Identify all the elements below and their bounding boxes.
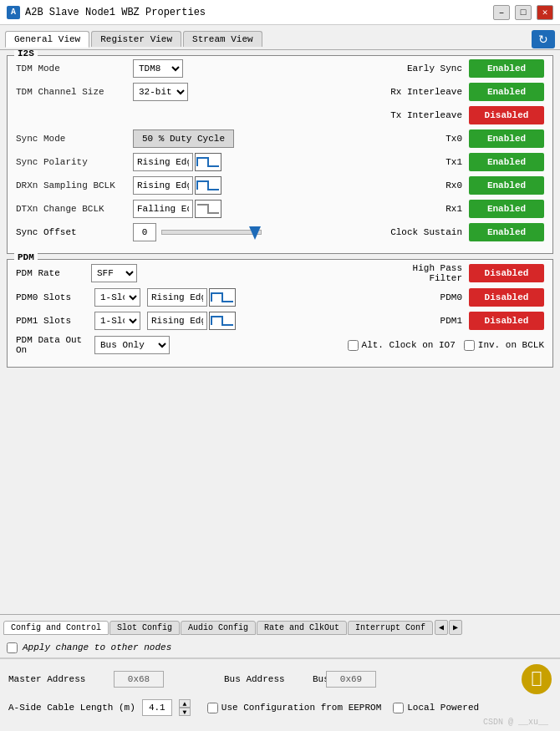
- spin-down-button[interactable]: ▼: [179, 708, 191, 716]
- sync-offset-slider-track[interactable]: [161, 230, 262, 235]
- rx1-label: Rx1: [379, 204, 462, 214]
- i2s-group: I2S TDM Mode TDM8 TDM2 TDM4 TDM16 TDM32 …: [7, 55, 553, 254]
- pdm-rate-label: PDM Rate: [16, 268, 91, 278]
- btab-arrow-right[interactable]: ▶: [449, 620, 462, 635]
- tx1-toggle[interactable]: Enabled: [469, 153, 544, 171]
- rx0-right: Rx0 Enabled: [317, 176, 544, 195]
- rx-interleave-label: Rx Interleave: [379, 87, 462, 97]
- sync-offset-input[interactable]: [133, 223, 156, 241]
- pdm0-toggle[interactable]: Disabled: [469, 288, 544, 307]
- tx0-toggle[interactable]: Enabled: [469, 129, 544, 148]
- pdm-group-label: PDM: [14, 252, 38, 262]
- btab-arrow-left[interactable]: ◀: [435, 620, 448, 635]
- eeprom-label[interactable]: Use Configuration from EEPROM: [207, 703, 381, 713]
- sync-offset-thumb: [249, 226, 261, 240]
- sync-polarity-input[interactable]: [133, 153, 193, 171]
- minimize-button[interactable]: –: [493, 5, 510, 20]
- clock-sustain-label: Clock Sustain: [379, 227, 462, 237]
- btab-slot-config[interactable]: Slot Config: [109, 621, 180, 635]
- rx1-toggle[interactable]: Enabled: [469, 200, 544, 218]
- pdm-data-out-left: PDM Data Out On Bus OnlyIO OnlyBus and I…: [16, 335, 317, 355]
- rx0-label: Rx0: [379, 180, 462, 190]
- inv-bclk-checkbox[interactable]: [464, 340, 475, 351]
- local-powered-text: Local Powered: [407, 703, 479, 713]
- tx0-label: Tx0: [379, 134, 462, 144]
- title-bar: A A2B Slave Node1 WBZ Properties – □ ✕: [0, 0, 560, 25]
- pdm0-slots-row: PDM0 Slots 1-Slot2-Slot PDM0 Disabled: [16, 288, 544, 307]
- inv-bclk-label[interactable]: Inv. on BCLK: [464, 340, 544, 351]
- local-powered-checkbox[interactable]: [393, 703, 404, 713]
- sync-mode-row: Sync Mode 50 % Duty Cycle Tx0 Enabled: [16, 129, 544, 148]
- pdm-checkboxes: Alt. Clock on IO7 Inv. on BCLK: [317, 340, 544, 351]
- early-sync-label: Early Sync: [379, 63, 462, 74]
- pdm-group: PDM PDM Rate SFFSHFDFFDHF High Pass Filt…: [7, 259, 553, 368]
- sync-mode-button[interactable]: 50 % Duty Cycle: [133, 129, 234, 148]
- tab-stream-view[interactable]: Stream View: [183, 31, 262, 47]
- alt-clock-checkbox[interactable]: [348, 340, 359, 351]
- pdm1-waveform: [209, 312, 236, 330]
- cable-length-input[interactable]: [142, 699, 172, 716]
- dtxn-row: DTXn Change BCLK Rx1 Enabled: [16, 200, 544, 218]
- watermark: CSDN @ __xu__: [8, 716, 552, 728]
- tdm-channel-row: TDM Channel Size 32-bit 16-bit 24-bit Rx…: [16, 83, 544, 101]
- tx-interleave-toggle[interactable]: Disabled: [469, 106, 544, 124]
- btab-interrupt-conf[interactable]: Interrupt Conf: [348, 621, 433, 635]
- sync-mode-label: Sync Mode: [16, 134, 133, 144]
- rx0-toggle[interactable]: Enabled: [469, 176, 544, 195]
- master-address-input[interactable]: [114, 671, 164, 688]
- rx-interleave-toggle[interactable]: Enabled: [469, 83, 544, 101]
- pdm0-slots-label: PDM0 Slots: [16, 292, 91, 302]
- tab-general-view[interactable]: General View: [5, 31, 89, 48]
- dtxn-label: DTXn Change BCLK: [16, 204, 133, 214]
- pdm1-edge-input[interactable]: [147, 312, 207, 330]
- tdm-channel-select[interactable]: 32-bit 16-bit 24-bit: [133, 83, 188, 101]
- apply-label: Apply change to other nodes: [23, 642, 171, 652]
- refresh-button[interactable]: ↻: [532, 30, 555, 48]
- pdm1-toggle[interactable]: Disabled: [469, 312, 544, 330]
- dtxn-left: DTXn Change BCLK: [16, 200, 317, 218]
- footer-row2: A-Side Cable Length (m) ▲ ▼ Use Configur…: [8, 699, 552, 716]
- early-sync-toggle[interactable]: Enabled: [469, 59, 544, 78]
- apply-checkbox[interactable]: [7, 642, 18, 653]
- early-sync-right: Early Sync Enabled: [317, 59, 544, 78]
- btab-config-control[interactable]: Config and Control: [3, 621, 109, 635]
- window-controls: – □ ✕: [493, 5, 553, 20]
- btab-rate-clkout[interactable]: Rate and ClkOut: [257, 621, 347, 635]
- bus-address-input[interactable]: [326, 671, 376, 688]
- drxn-input[interactable]: [133, 176, 193, 195]
- pdm0-slot-select[interactable]: 1-Slot2-Slot: [94, 288, 140, 307]
- alt-clock-label[interactable]: Alt. Clock on IO7: [348, 340, 456, 351]
- master-address-label: Master Address: [8, 674, 109, 684]
- pdm0-edge-input[interactable]: [147, 288, 207, 307]
- tab-register-view[interactable]: Register View: [91, 31, 181, 47]
- btab-audio-config[interactable]: Audio Config: [181, 621, 256, 635]
- spin-up-button[interactable]: ▲: [179, 699, 191, 708]
- eeprom-checkbox[interactable]: [207, 703, 218, 713]
- i2s-group-label: I2S: [14, 50, 38, 58]
- pdm0-label: PDM0: [379, 292, 462, 302]
- pdm0-slots-left: PDM0 Slots 1-Slot2-Slot: [16, 288, 317, 307]
- drxn-row: DRXn Sampling BCLK Rx0 Enabled: [16, 176, 544, 195]
- sync-polarity-row: Sync Polarity Tx1 Enabled: [16, 153, 544, 171]
- usb-icon: ⎕: [522, 664, 552, 694]
- pdm-data-out-select[interactable]: Bus OnlyIO OnlyBus and IO: [94, 336, 170, 354]
- pdm1-slots-label: PDM1 Slots: [16, 316, 91, 326]
- pdm1-label: PDM1: [379, 316, 462, 326]
- sync-offset-left: Sync Offset: [16, 223, 317, 241]
- footer-row1: Master Address Bus Address Bus Address ⎕: [8, 664, 552, 694]
- rx-interleave-right: Rx Interleave Enabled: [317, 83, 544, 101]
- clock-sustain-toggle[interactable]: Enabled: [469, 223, 544, 241]
- close-button[interactable]: ✕: [537, 5, 553, 20]
- local-powered-label[interactable]: Local Powered: [393, 703, 479, 713]
- hpf-toggle[interactable]: Disabled: [469, 264, 544, 282]
- maximize-button[interactable]: □: [515, 5, 532, 20]
- dtxn-input[interactable]: [133, 200, 193, 218]
- pdm0-edge: [147, 288, 236, 307]
- tx-interleave-row: Tx Interleave Disabled: [16, 106, 544, 124]
- pdm-rate-select[interactable]: SFFSHFDFFDHF: [91, 264, 137, 282]
- cable-length-label: A-Side Cable Length (m): [8, 703, 135, 713]
- tdm-mode-label: TDM Mode: [16, 63, 133, 74]
- tdm-mode-select[interactable]: TDM8 TDM2 TDM4 TDM16 TDM32: [133, 59, 183, 78]
- pdm1-slot-select[interactable]: 1-Slot2-Slot: [94, 312, 140, 330]
- drxn-edge: [133, 176, 221, 195]
